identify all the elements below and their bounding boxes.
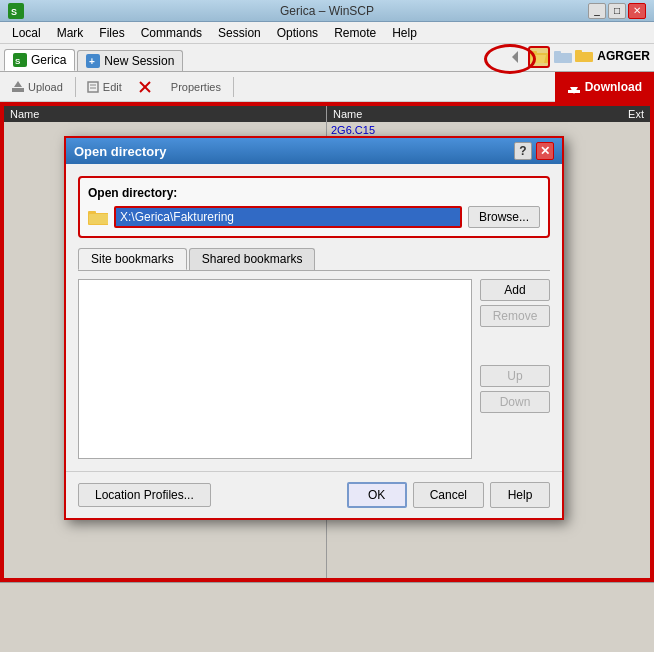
bookmarks-list[interactable] (78, 279, 472, 459)
folder-open-icon (530, 49, 548, 65)
dialog-backdrop: Open directory ? ✕ Open directory: (4, 106, 650, 578)
svg-marker-9 (530, 55, 546, 63)
open-directory-label: Open directory: (88, 186, 540, 200)
back-button[interactable] (506, 47, 526, 67)
spacer (480, 331, 550, 361)
gerica-tab-icon: S (13, 53, 27, 67)
upload-button[interactable]: Upload (4, 77, 70, 97)
dialog-footer: Location Profiles... OK Cancel Help (66, 471, 562, 518)
bookmarks-area: Add Remove Up Down (78, 279, 550, 459)
window-title: Gerica – WinSCP (280, 4, 374, 18)
delete-button[interactable] (131, 77, 162, 97)
svg-text:S: S (15, 57, 21, 66)
menu-remote[interactable]: Remote (326, 24, 384, 42)
browse-button[interactable]: Browse... (468, 206, 540, 228)
dialog-close-button[interactable]: ✕ (536, 142, 554, 160)
location-profiles-button[interactable]: Location Profiles... (78, 483, 211, 507)
svg-rect-25 (89, 214, 108, 224)
menu-bar: Local Mark Files Commands Session Option… (0, 22, 654, 44)
open-directory-row: Browse... (88, 206, 540, 228)
refresh-button[interactable] (552, 46, 574, 68)
bookmarks-buttons: Add Remove Up Down (480, 279, 550, 459)
download-button[interactable]: Download (555, 72, 654, 102)
toolbar-separator-2 (233, 77, 234, 97)
folder-icon2 (554, 49, 572, 65)
status-bar (0, 582, 654, 622)
folder-icon (88, 209, 108, 225)
dialog-body: Open directory: Browse... (66, 164, 562, 471)
menu-files[interactable]: Files (91, 24, 132, 42)
properties-button[interactable]: Properties (164, 78, 228, 96)
add-bookmark-button[interactable]: Add (480, 279, 550, 301)
svg-marker-6 (512, 51, 518, 63)
svg-rect-16 (88, 82, 98, 92)
shared-bookmarks-tab[interactable]: Shared bookmarks (189, 248, 316, 270)
minimize-button[interactable]: _ (588, 3, 606, 19)
maximize-button[interactable]: □ (608, 3, 626, 19)
remove-bookmark-button[interactable]: Remove (480, 305, 550, 327)
tab-bar: S Gerica + New Session (0, 44, 654, 72)
delete-icon (138, 80, 152, 94)
menu-mark[interactable]: Mark (49, 24, 92, 42)
menu-options[interactable]: Options (269, 24, 326, 42)
agrger-folder-icon (575, 48, 593, 64)
edit-icon (86, 80, 100, 94)
site-bookmarks-tab[interactable]: Site bookmarks (78, 248, 187, 270)
close-button[interactable]: ✕ (628, 3, 646, 19)
help-button[interactable]: Help (490, 482, 550, 508)
dialog-help-button[interactable]: ? (514, 142, 532, 160)
dialog-title: Open directory (74, 144, 166, 159)
svg-rect-14 (12, 88, 24, 92)
new-session-tab-icon: + (86, 54, 100, 68)
svg-rect-8 (530, 51, 537, 55)
edit-button[interactable]: Edit (79, 77, 129, 97)
ok-button[interactable]: OK (347, 482, 407, 508)
open-directory-button[interactable] (528, 46, 550, 68)
folder-nav-buttons (506, 46, 574, 68)
title-bar: S Gerica – WinSCP _ □ ✕ (0, 0, 654, 22)
menu-help[interactable]: Help (384, 24, 425, 42)
open-directory-dialog: Open directory ? ✕ Open directory: (64, 136, 564, 520)
dialog-title-buttons: ? ✕ (514, 142, 554, 160)
download-icon (567, 80, 581, 94)
footer-left: Location Profiles... (78, 483, 211, 507)
up-button[interactable]: Up (480, 365, 550, 387)
svg-rect-11 (554, 51, 561, 55)
cancel-button[interactable]: Cancel (413, 482, 484, 508)
menu-local[interactable]: Local (4, 24, 49, 42)
menu-session[interactable]: Session (210, 24, 269, 42)
agrger-label: AGRGER (597, 49, 650, 63)
main-content: Name Name Ext 2G6.C15 2G6.L04 Open direc… (0, 102, 654, 582)
tab-new-session[interactable]: + New Session (77, 50, 183, 71)
svg-text:+: + (89, 56, 95, 67)
down-button[interactable]: Down (480, 391, 550, 413)
svg-marker-15 (14, 81, 22, 87)
dialog-title-bar: Open directory ? ✕ (66, 138, 562, 164)
open-directory-section: Open directory: Browse... (78, 176, 550, 238)
back-arrow-icon (508, 49, 524, 65)
tab-gerica[interactable]: S Gerica (4, 49, 75, 71)
svg-rect-13 (575, 50, 582, 54)
menu-commands[interactable]: Commands (133, 24, 210, 42)
toolbar-separator-1 (75, 77, 76, 97)
svg-text:S: S (11, 7, 17, 17)
footer-right: OK Cancel Help (347, 482, 550, 508)
directory-input[interactable] (114, 206, 462, 228)
agrger-folder-area: AGRGER (575, 48, 650, 64)
toolbar2: Upload Edit Properties (0, 72, 654, 102)
app-icon: S (8, 3, 24, 19)
upload-icon (11, 80, 25, 94)
bookmark-tabs: Site bookmarks Shared bookmarks (78, 248, 550, 271)
window: S Gerica – WinSCP _ □ ✕ Local Mark Files… (0, 0, 654, 652)
